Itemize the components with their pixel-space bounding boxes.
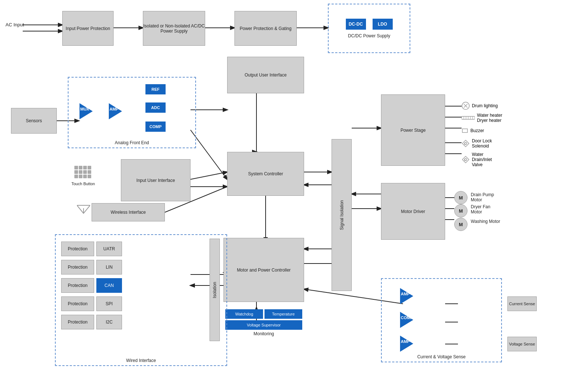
lin-row: Protection LIN bbox=[61, 260, 122, 274]
door-lock-icon: S bbox=[462, 139, 470, 147]
water-drain-label: Water Drain/Inlet Valve bbox=[472, 152, 492, 167]
wired-interface-box: Wired Interface Protection UATR Protecti… bbox=[55, 234, 227, 366]
dcdc-power-supply-box: DC-DC LDO DC/DC Power Supply bbox=[328, 4, 410, 53]
power-protection-gating-block: Power Protection & Gating bbox=[234, 11, 297, 46]
dcdc-label: DC/DC Power Supply bbox=[348, 33, 390, 38]
prot-spi-block: Protection bbox=[61, 296, 94, 311]
uatr-block: UATR bbox=[96, 242, 122, 256]
prot-uatr-block: Protection bbox=[61, 242, 94, 256]
amp-voltage-container: AMP bbox=[400, 336, 413, 352]
water-drain-icon: S bbox=[462, 156, 470, 164]
sensors-block: Sensors bbox=[11, 108, 57, 134]
current-voltage-sense-label: Current & Voltage Sense bbox=[417, 354, 466, 359]
water-drain-row: S Water Drain/Inlet Valve bbox=[462, 152, 492, 167]
dryer-fan-motor-circle: M bbox=[454, 204, 467, 217]
drain-pump-motor-circle: M bbox=[454, 191, 467, 204]
svg-line-11 bbox=[191, 172, 227, 179]
adc-block: ADC bbox=[145, 102, 166, 113]
afe-label: Analog Front End bbox=[115, 140, 149, 145]
isolation-bar: Isolation bbox=[210, 239, 220, 341]
touch-button-label: Touch Button bbox=[71, 182, 95, 186]
i2c-block: I2C bbox=[96, 315, 122, 329]
current-voltage-sense-box: Current & Voltage Sense AMP COMP AMP bbox=[381, 278, 502, 362]
mux-triangle bbox=[79, 103, 93, 119]
monitoring-container: Watchdog Temperature Voltage Supervisor … bbox=[225, 309, 302, 336]
spi-row: Protection SPI bbox=[61, 296, 122, 311]
svg-line-7 bbox=[191, 130, 227, 179]
amp1-triangle bbox=[109, 103, 122, 119]
water-heater-icon bbox=[462, 115, 475, 121]
mux-container: MUX bbox=[79, 103, 93, 119]
signal-isolation-block: Signal Isolation bbox=[332, 139, 352, 291]
drum-lighting-label: Drum lighting bbox=[472, 103, 498, 108]
acdc-supply-block: Isolated or Non-Isolated AC/DC Power Sup… bbox=[143, 11, 205, 46]
svg-text:S: S bbox=[464, 158, 466, 162]
comp-mid-container: COMP bbox=[400, 312, 413, 328]
voltage-supervisor-block: Voltage Supervisor bbox=[225, 320, 302, 330]
current-sense-block: Current Sense bbox=[507, 296, 537, 311]
temperature-block: Temperature bbox=[265, 309, 302, 319]
drum-lighting-row: Drum lighting bbox=[462, 102, 498, 110]
water-heater-label: Water heater Dryer heater bbox=[477, 113, 502, 123]
door-lock-row: S Door Lock Solenoid bbox=[462, 138, 492, 149]
motor-driver-block: Motor Driver bbox=[381, 183, 445, 240]
amp-current-triangle bbox=[400, 288, 413, 304]
prot-i2c-block: Protection bbox=[61, 315, 94, 329]
drum-lighting-icon bbox=[462, 102, 470, 110]
water-heater-row: Water heater Dryer heater bbox=[462, 113, 502, 123]
svg-rect-50 bbox=[462, 129, 467, 132]
washing-motor-circle: M bbox=[454, 218, 467, 231]
svg-text:S: S bbox=[464, 142, 466, 146]
ref-block: REF bbox=[145, 84, 166, 94]
system-controller-block: System Controller bbox=[227, 152, 304, 196]
comp1-block: COMP bbox=[145, 122, 166, 132]
buzzer-label: Buzzer bbox=[470, 128, 484, 133]
wired-interface-label: Wired Interface bbox=[126, 358, 156, 363]
door-lock-label: Door Lock Solenoid bbox=[472, 138, 492, 149]
touch-button-container: Touch Button bbox=[71, 166, 95, 186]
spi-block: SPI bbox=[96, 296, 122, 311]
can-block: CAN bbox=[96, 278, 122, 293]
wireless-icon-container bbox=[77, 203, 90, 215]
output-ui-block: Output User Interface bbox=[227, 57, 304, 93]
can-row: Protection CAN bbox=[61, 278, 122, 293]
analog-front-end-box: Analog Front End MUX AMP REF ADC COMP bbox=[68, 77, 196, 148]
watchdog-block: Watchdog bbox=[225, 309, 263, 319]
ldo-button[interactable]: LDO bbox=[373, 19, 393, 30]
prot-can-block: Protection bbox=[61, 278, 94, 293]
power-stage-block: Power Stage bbox=[381, 94, 445, 166]
comp-mid-triangle bbox=[400, 312, 413, 328]
dryer-fan-label: Dryer Fan Motor bbox=[471, 204, 490, 214]
buzzer-icon bbox=[462, 127, 468, 134]
washing-motor-label: Washing Motor bbox=[471, 219, 500, 224]
voltage-sense-block: Voltage Sense bbox=[507, 337, 537, 351]
wireless-interface-block: Wireless Interface bbox=[92, 203, 165, 221]
input-ui-block: Input User Interface bbox=[121, 159, 191, 201]
dc-dc-button[interactable]: DC-DC bbox=[346, 19, 366, 30]
input-power-protection-block: Input Power Protection bbox=[62, 11, 114, 46]
amp-voltage-triangle bbox=[400, 336, 413, 352]
wireless-icon bbox=[77, 203, 90, 215]
motor-power-controller-block: Motor and Power Controller bbox=[223, 238, 304, 302]
lin-block: LIN bbox=[96, 260, 122, 274]
isolation-label: Isolation bbox=[212, 282, 217, 298]
signal-isolation-label: Signal Isolation bbox=[339, 200, 344, 230]
monitoring-label: Monitoring bbox=[225, 331, 302, 336]
drain-pump-label: Drain Pump Motor bbox=[471, 192, 494, 202]
ac-input-label: AC Input bbox=[5, 22, 24, 27]
uatr-row: Protection UATR bbox=[61, 242, 122, 256]
buzzer-row: Buzzer bbox=[462, 127, 484, 134]
diagram: AC Input Input Power Protection Isolated… bbox=[0, 0, 588, 381]
amp1-container: AMP bbox=[109, 103, 122, 119]
amp-current-container: AMP bbox=[400, 288, 413, 304]
prot-lin-block: Protection bbox=[61, 260, 94, 274]
i2c-row: Protection I2C bbox=[61, 315, 122, 329]
touch-button-icon bbox=[74, 166, 92, 180]
